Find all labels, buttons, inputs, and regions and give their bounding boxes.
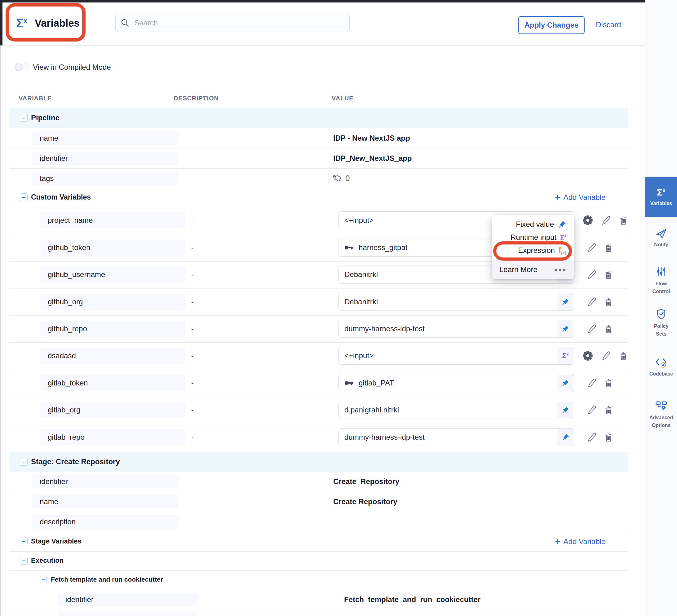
collapse-icon-step-group[interactable]: − — [40, 576, 47, 583]
edit-pencil-icon[interactable] — [585, 431, 598, 443]
variable-value: IDP_New_NextJS_app — [333, 154, 412, 163]
settings-gear-icon[interactable] — [582, 214, 594, 227]
value-input[interactable]: dummy-harness-idp-test — [338, 320, 574, 338]
delete-trash-icon[interactable] — [602, 431, 615, 443]
column-header-value: VALUE — [332, 95, 353, 102]
variable-name: github_repo — [40, 321, 185, 337]
advanced-options-icon — [645, 399, 677, 412]
sidebar-item-policy-sets[interactable]: PolicySets — [645, 308, 677, 338]
edit-pencil-icon[interactable] — [585, 404, 598, 416]
delete-trash-icon[interactable] — [602, 268, 615, 281]
variable-value: Fetch_template_and_run_cookiecutter — [344, 595, 481, 604]
sidebar-item-notify[interactable]: Notify — [645, 228, 677, 248]
plus-icon: + — [555, 537, 560, 546]
menu-item-fixed-value[interactable]: Fixed value — [492, 218, 574, 231]
sidebar-item-flow-control[interactable]: FlowControl — [645, 266, 677, 296]
fx-icon: f(x) — [558, 246, 566, 255]
toggle-knob — [15, 63, 22, 70]
variable-value: Create_Repository — [333, 477, 399, 486]
collapse-icon-pipeline[interactable]: − — [20, 114, 28, 122]
settings-gear-icon[interactable] — [582, 349, 594, 362]
delete-trash-icon[interactable] — [602, 296, 615, 308]
stage-section-title: Stage: Create Repository — [31, 457, 120, 466]
edit-pencil-icon[interactable] — [585, 241, 598, 254]
value-type-menu: Fixed value Runtime input Σx Expression … — [492, 215, 574, 279]
pipeline-section-header: − Pipeline — [9, 108, 628, 128]
apply-changes-button[interactable]: Apply Changes — [518, 16, 585, 34]
pin-icon[interactable] — [557, 375, 574, 391]
value-input[interactable]: <+input> Σx — [338, 347, 574, 365]
menu-item-learn-more[interactable]: Learn More ●●● — [492, 260, 574, 279]
search-input[interactable] — [134, 18, 345, 27]
variable-name: gitlab_repo — [40, 429, 185, 445]
variable-name: github_org — [40, 294, 185, 310]
runtime-input-sigma-icon[interactable]: Σx — [557, 347, 574, 364]
pin-icon[interactable] — [557, 401, 574, 418]
collapse-icon-custom-variables[interactable]: − — [20, 193, 28, 201]
variable-name: identifier — [32, 475, 178, 488]
custom-variables-title: Custom Variables — [31, 193, 91, 201]
variable-name: name — [32, 495, 178, 509]
variable-name: gitlab_org — [40, 402, 185, 418]
edit-pencil-icon[interactable] — [585, 296, 598, 308]
pin-icon[interactable] — [557, 293, 574, 310]
execution-title: Execution — [31, 557, 63, 565]
variable-name — [58, 613, 197, 616]
variable-name: identifier — [32, 151, 178, 165]
menu-item-expression[interactable]: Expression f(x) — [492, 244, 574, 257]
value-input[interactable]: d.panigrahi.nitrkl — [338, 401, 574, 419]
edit-pencil-icon[interactable] — [585, 323, 598, 335]
pipeline-section-title: Pipeline — [31, 113, 59, 122]
panel-left-border — [0, 46, 1, 616]
pin-icon[interactable] — [557, 320, 574, 337]
value-input[interactable]: Debanitrkl — [338, 293, 574, 311]
stage-section-header: − Stage: Create Repository — [9, 453, 628, 472]
edit-pencil-icon[interactable] — [599, 214, 612, 227]
edit-pencil-icon[interactable] — [585, 377, 598, 389]
column-header-description: DESCRIPTION — [174, 95, 219, 102]
edit-pencil-icon[interactable] — [599, 349, 612, 362]
delete-trash-icon[interactable] — [617, 214, 629, 227]
right-sidebar: Σx Variables Notify FlowControl PolicySe… — [645, 0, 677, 616]
secret-key-icon — [345, 245, 354, 250]
discard-button[interactable]: Discard — [596, 20, 621, 29]
variable-name: github_username — [40, 267, 185, 283]
delete-trash-icon[interactable] — [602, 323, 615, 335]
value-input[interactable]: dummy-harness-idp-test — [338, 428, 574, 446]
collapse-icon-execution[interactable]: − — [20, 557, 28, 565]
secret-value-input[interactable]: gitlab_PAT — [338, 374, 574, 392]
title-annotation-highlight — [6, 3, 86, 42]
column-header-variable: VARIABLE — [18, 95, 52, 102]
delete-trash-icon[interactable] — [617, 349, 629, 362]
sidebar-item-advanced-options[interactable]: AdvancedOptions — [645, 399, 677, 429]
stage-variables-title: Stage Variables — [31, 537, 82, 546]
pin-icon — [558, 220, 566, 229]
delete-trash-icon[interactable] — [602, 241, 615, 254]
policy-shield-check-icon — [645, 308, 677, 320]
pin-icon[interactable] — [557, 429, 574, 445]
add-variable-button[interactable]: + Add Variable — [555, 537, 605, 546]
window-top-edge — [0, 0, 677, 2]
variable-name: gitlab_token — [40, 375, 185, 391]
variable-value: Create Repository — [333, 497, 397, 506]
delete-trash-icon[interactable] — [602, 377, 615, 389]
collapse-icon-stage[interactable]: − — [20, 458, 28, 466]
compiled-mode-toggle[interactable] — [14, 63, 28, 71]
variable-value: IDP - New NextJS app — [333, 134, 410, 143]
variable-name: tags — [32, 172, 178, 185]
sidebar-item-variables[interactable]: Σx Variables — [645, 177, 677, 217]
delete-trash-icon[interactable] — [602, 404, 615, 416]
search-box[interactable] — [115, 14, 350, 32]
ellipsis-icon: ●●● — [554, 267, 567, 273]
variable-name: dsadasd — [40, 348, 185, 364]
step-group-title: Fetch template and run cookiecutter — [51, 576, 163, 583]
collapse-icon-stage-variables[interactable]: − — [20, 537, 28, 546]
variables-panel: Σx Variables Apply Changes Discard View … — [0, 0, 677, 616]
add-variable-button[interactable]: + Add Variable — [555, 193, 605, 202]
edit-pencil-icon[interactable] — [585, 268, 598, 281]
sidebar-item-codebase[interactable]: Codebase — [645, 356, 677, 377]
variable-name: name — [32, 131, 178, 145]
menu-item-runtime-input[interactable]: Runtime input Σx — [492, 231, 574, 244]
window-left-edge — [0, 0, 2, 46]
header-divider — [0, 45, 645, 46]
